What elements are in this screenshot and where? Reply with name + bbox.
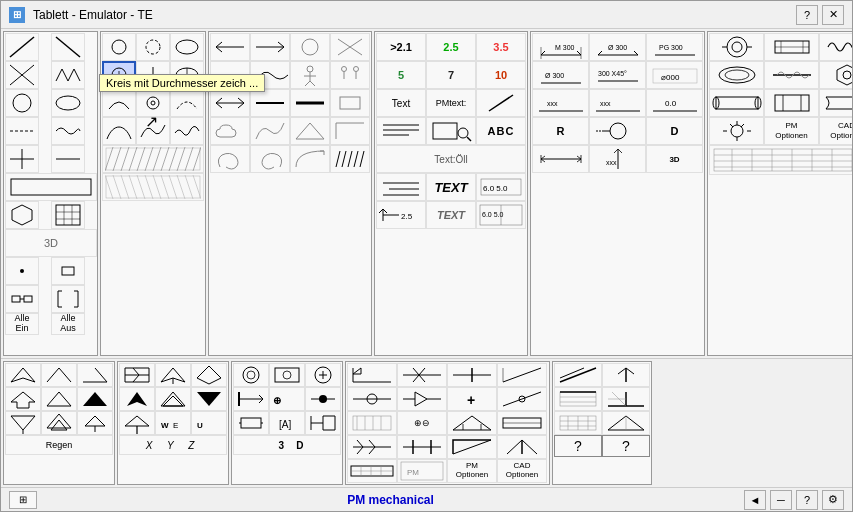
- sym-mech6[interactable]: [397, 435, 447, 459]
- sym-wide-hatch2[interactable]: [102, 173, 204, 201]
- sym-pm-icon[interactable]: PM Optionen: [447, 459, 497, 483]
- sym-text-10[interactable]: 10: [476, 61, 526, 89]
- sym-weld6[interactable]: [397, 387, 447, 411]
- sym-text-gt[interactable]: >2.1: [376, 33, 426, 61]
- sym-arr3[interactable]: [77, 363, 113, 387]
- sym-mech3[interactable]: [447, 411, 497, 435]
- sym-d-label[interactable]: D: [646, 117, 703, 145]
- sym-el7[interactable]: [233, 411, 269, 435]
- sym-hex-bolt[interactable]: [819, 61, 852, 89]
- sym-rb-q2[interactable]: ?: [602, 435, 650, 457]
- close-button[interactable]: ✕: [822, 5, 844, 25]
- sym-mech4[interactable]: [497, 411, 547, 435]
- sym-gear-symbol[interactable]: [136, 89, 170, 117]
- sym-corner[interactable]: [330, 117, 370, 145]
- sym-zigzag[interactable]: [51, 61, 85, 89]
- sym-ring1[interactable]: [709, 61, 764, 89]
- sym-wide-hatch1[interactable]: [102, 145, 204, 173]
- alle-aus-button[interactable]: AlleAus: [51, 313, 85, 335]
- sym-el9[interactable]: [305, 411, 341, 435]
- sym-diagonal-line2[interactable]: [51, 33, 85, 61]
- sym-line-pattern1[interactable]: [250, 89, 290, 117]
- sym-circle-dashed[interactable]: [136, 33, 170, 61]
- sym-r-label[interactable]: R: [532, 117, 589, 145]
- sym-cylinder2[interactable]: [764, 89, 819, 117]
- sym-weld2[interactable]: [397, 363, 447, 387]
- sym-text-block[interactable]: [376, 117, 426, 145]
- sym-arr24[interactable]: [119, 387, 155, 411]
- sym-arrow-right[interactable]: [250, 33, 290, 61]
- sym-corrugated[interactable]: [709, 145, 852, 175]
- sym-dim-box[interactable]: 6.0 5.0: [476, 173, 526, 201]
- sym-el2[interactable]: [269, 363, 305, 387]
- sym-dashed-line[interactable]: [5, 117, 39, 145]
- sym-ellipse[interactable]: [51, 89, 85, 117]
- sym-text-all[interactable]: Text:Öll: [376, 145, 526, 173]
- sym-bolt2[interactable]: [764, 33, 819, 61]
- sym-dim6[interactable]: ⌀000: [646, 61, 703, 89]
- sym-regen[interactable]: Regen: [5, 435, 113, 455]
- sym-mech7[interactable]: [447, 435, 497, 459]
- sym-el5[interactable]: ⊕: [269, 387, 305, 411]
- sym-circle-small[interactable]: [102, 33, 136, 61]
- sym-pmtext[interactable]: PMtext:: [426, 89, 476, 117]
- sym-oval[interactable]: [170, 33, 204, 61]
- sym-rb6[interactable]: [602, 411, 650, 435]
- sym-arr8[interactable]: [41, 411, 77, 435]
- sym-mech-wide1[interactable]: [347, 459, 397, 483]
- sym-grid-pattern[interactable]: [51, 201, 85, 229]
- sym-text-7[interactable]: 7: [426, 61, 476, 89]
- sym-cylinder1[interactable]: [709, 89, 764, 117]
- sym-sym-square[interactable]: [330, 89, 370, 117]
- sym-pen-icon[interactable]: [476, 89, 526, 117]
- sym-rb2[interactable]: [602, 363, 650, 387]
- sym-weld4[interactable]: [497, 363, 547, 387]
- sym-circle[interactable]: [5, 89, 39, 117]
- sym-arr23[interactable]: [191, 363, 227, 387]
- sym-line-thick[interactable]: [290, 89, 330, 117]
- sym-text-label[interactable]: Text: [376, 89, 426, 117]
- sym-coord-box[interactable]: 6.0 5.0: [476, 201, 526, 229]
- sym-arr27[interactable]: [119, 411, 155, 435]
- sym-rb3[interactable]: [554, 387, 602, 411]
- sym-text-5[interactable]: 5: [376, 61, 426, 89]
- sym-arr2[interactable]: [41, 363, 77, 387]
- sym-dash[interactable]: [51, 145, 85, 173]
- sym-sun[interactable]: [709, 117, 764, 145]
- sym-arr28[interactable]: W E: [155, 411, 191, 435]
- sym-arc[interactable]: [102, 89, 136, 117]
- sym-arrow-left[interactable]: [210, 33, 250, 61]
- sym-weld1[interactable]: [347, 363, 397, 387]
- sym-persons[interactable]: [330, 61, 370, 89]
- sym-text-search[interactable]: [426, 117, 476, 145]
- sym-hexagon[interactable]: [5, 201, 39, 229]
- sym-arrow-corner[interactable]: [290, 145, 330, 173]
- sym-text-indent[interactable]: [376, 173, 426, 201]
- sym-dim-bottom2[interactable]: xxx: [589, 145, 646, 173]
- sym-spline[interactable]: [136, 117, 170, 145]
- sym-brush-marks[interactable]: [330, 145, 370, 173]
- sym-dim2[interactable]: Ø 300: [589, 33, 646, 61]
- sym-spring1[interactable]: [819, 33, 852, 61]
- sym-rb5[interactable]: [554, 411, 602, 435]
- sym-dim-bottom1[interactable]: [532, 145, 589, 173]
- sym-arr22[interactable]: [155, 363, 191, 387]
- sym-dim7[interactable]: xxx: [532, 89, 589, 117]
- sym-bracket[interactable]: [51, 285, 85, 313]
- sym-dim-circle[interactable]: [589, 117, 646, 145]
- sym-double-arrow[interactable]: [210, 89, 250, 117]
- sym-el3[interactable]: [305, 363, 341, 387]
- status-left-icon[interactable]: ⊞: [9, 491, 37, 509]
- sym-dotted-arc[interactable]: [170, 89, 204, 117]
- sym-triangle[interactable]: [290, 117, 330, 145]
- sym-3d[interactable]: 3D: [5, 229, 97, 257]
- sym-mech-wide2[interactable]: PM: [397, 459, 447, 483]
- sym-plus[interactable]: [5, 145, 39, 173]
- sym-x-shape[interactable]: [330, 33, 370, 61]
- sym-arr29[interactable]: U: [191, 411, 227, 435]
- sym-circle-outline[interactable]: [290, 33, 330, 61]
- sym-mech1[interactable]: [347, 411, 397, 435]
- sym-mech5[interactable]: [347, 435, 397, 459]
- sym-arr25[interactable]: [155, 387, 191, 411]
- sym-el1[interactable]: [233, 363, 269, 387]
